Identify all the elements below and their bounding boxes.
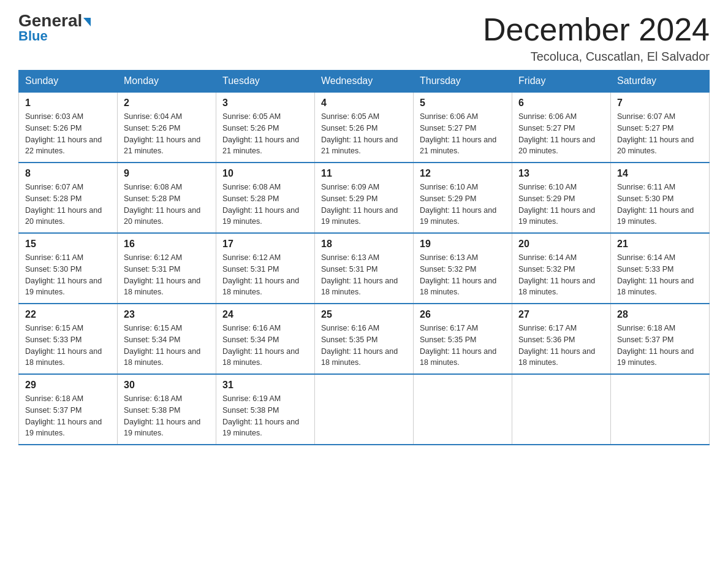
day-info: Sunrise: 6:07 AM Sunset: 5:27 PM Dayligh…	[617, 111, 703, 157]
table-row: 17 Sunrise: 6:12 AM Sunset: 5:31 PM Dayl…	[216, 233, 315, 304]
day-number: 22	[25, 309, 111, 320]
day-info: Sunrise: 6:11 AM Sunset: 5:30 PM Dayligh…	[617, 182, 703, 228]
day-info: Sunrise: 6:09 AM Sunset: 5:29 PM Dayligh…	[321, 182, 407, 228]
day-number: 31	[222, 380, 308, 391]
table-row: 7 Sunrise: 6:07 AM Sunset: 5:27 PM Dayli…	[611, 92, 710, 163]
logo-blue-text: Blue	[18, 28, 48, 44]
col-monday: Monday	[118, 71, 216, 93]
calendar-week-row: 22 Sunrise: 6:15 AM Sunset: 5:33 PM Dayl…	[19, 304, 710, 374]
day-info: Sunrise: 6:05 AM Sunset: 5:26 PM Dayligh…	[321, 111, 407, 157]
day-info: Sunrise: 6:19 AM Sunset: 5:38 PM Dayligh…	[222, 393, 308, 439]
title-section: December 2024 Tecoluca, Cuscatlan, El Sa…	[483, 12, 710, 64]
day-info: Sunrise: 6:13 AM Sunset: 5:31 PM Dayligh…	[321, 252, 407, 298]
logo-general-text: General	[18, 12, 91, 29]
calendar-week-row: 8 Sunrise: 6:07 AM Sunset: 5:28 PM Dayli…	[19, 163, 710, 233]
col-thursday: Thursday	[414, 71, 512, 93]
day-info: Sunrise: 6:13 AM Sunset: 5:32 PM Dayligh…	[420, 252, 506, 298]
day-number: 16	[124, 239, 210, 250]
day-info: Sunrise: 6:14 AM Sunset: 5:32 PM Dayligh…	[518, 252, 604, 298]
day-number: 25	[321, 309, 407, 320]
table-row: 18 Sunrise: 6:13 AM Sunset: 5:31 PM Dayl…	[315, 233, 414, 304]
day-number: 18	[321, 239, 407, 250]
calendar-table: Sunday Monday Tuesday Wednesday Thursday…	[18, 70, 710, 445]
table-row: 24 Sunrise: 6:16 AM Sunset: 5:34 PM Dayl…	[216, 304, 315, 374]
day-number: 9	[124, 168, 210, 179]
day-info: Sunrise: 6:08 AM Sunset: 5:28 PM Dayligh…	[124, 182, 210, 228]
day-number: 13	[518, 168, 604, 179]
table-row: 11 Sunrise: 6:09 AM Sunset: 5:29 PM Dayl…	[315, 163, 414, 233]
table-row: 27 Sunrise: 6:17 AM Sunset: 5:36 PM Dayl…	[512, 304, 611, 374]
day-info: Sunrise: 6:03 AM Sunset: 5:26 PM Dayligh…	[25, 111, 111, 157]
day-number: 20	[518, 239, 604, 250]
table-row: 20 Sunrise: 6:14 AM Sunset: 5:32 PM Dayl…	[512, 233, 611, 304]
table-row: 26 Sunrise: 6:17 AM Sunset: 5:35 PM Dayl…	[414, 304, 512, 374]
table-row: 31 Sunrise: 6:19 AM Sunset: 5:38 PM Dayl…	[216, 374, 315, 445]
col-saturday: Saturday	[611, 71, 710, 93]
table-row: 3 Sunrise: 6:05 AM Sunset: 5:26 PM Dayli…	[216, 92, 315, 163]
table-row: 25 Sunrise: 6:16 AM Sunset: 5:35 PM Dayl…	[315, 304, 414, 374]
day-number: 28	[617, 309, 703, 320]
day-number: 30	[124, 380, 210, 391]
table-row: 6 Sunrise: 6:06 AM Sunset: 5:27 PM Dayli…	[512, 92, 611, 163]
day-number: 8	[25, 168, 111, 179]
table-row: 10 Sunrise: 6:08 AM Sunset: 5:28 PM Dayl…	[216, 163, 315, 233]
table-row: 15 Sunrise: 6:11 AM Sunset: 5:30 PM Dayl…	[19, 233, 118, 304]
day-info: Sunrise: 6:15 AM Sunset: 5:34 PM Dayligh…	[124, 323, 210, 369]
day-info: Sunrise: 6:12 AM Sunset: 5:31 PM Dayligh…	[222, 252, 308, 298]
col-tuesday: Tuesday	[216, 71, 315, 93]
day-number: 21	[617, 239, 703, 250]
day-info: Sunrise: 6:18 AM Sunset: 5:38 PM Dayligh…	[124, 393, 210, 439]
calendar-week-row: 15 Sunrise: 6:11 AM Sunset: 5:30 PM Dayl…	[19, 233, 710, 304]
day-info: Sunrise: 6:07 AM Sunset: 5:28 PM Dayligh…	[25, 182, 111, 228]
day-number: 12	[420, 168, 506, 179]
table-row: 4 Sunrise: 6:05 AM Sunset: 5:26 PM Dayli…	[315, 92, 414, 163]
day-info: Sunrise: 6:05 AM Sunset: 5:26 PM Dayligh…	[222, 111, 308, 157]
col-wednesday: Wednesday	[315, 71, 414, 93]
day-info: Sunrise: 6:18 AM Sunset: 5:37 PM Dayligh…	[25, 393, 111, 439]
col-sunday: Sunday	[19, 71, 118, 93]
col-friday: Friday	[512, 71, 611, 93]
day-number: 11	[321, 168, 407, 179]
day-info: Sunrise: 6:06 AM Sunset: 5:27 PM Dayligh…	[420, 111, 506, 157]
logo-arrow-icon	[83, 18, 91, 26]
day-info: Sunrise: 6:17 AM Sunset: 5:35 PM Dayligh…	[420, 323, 506, 369]
day-number: 29	[25, 380, 111, 391]
table-row: 23 Sunrise: 6:15 AM Sunset: 5:34 PM Dayl…	[118, 304, 216, 374]
table-row	[414, 374, 512, 445]
table-row: 30 Sunrise: 6:18 AM Sunset: 5:38 PM Dayl…	[118, 374, 216, 445]
day-number: 26	[420, 309, 506, 320]
table-row: 5 Sunrise: 6:06 AM Sunset: 5:27 PM Dayli…	[414, 92, 512, 163]
day-number: 27	[518, 309, 604, 320]
day-number: 2	[124, 98, 210, 109]
table-row: 28 Sunrise: 6:18 AM Sunset: 5:37 PM Dayl…	[611, 304, 710, 374]
day-info: Sunrise: 6:16 AM Sunset: 5:35 PM Dayligh…	[321, 323, 407, 369]
day-number: 24	[222, 309, 308, 320]
table-row: 1 Sunrise: 6:03 AM Sunset: 5:26 PM Dayli…	[19, 92, 118, 163]
table-row	[315, 374, 414, 445]
day-info: Sunrise: 6:14 AM Sunset: 5:33 PM Dayligh…	[617, 252, 703, 298]
day-number: 19	[420, 239, 506, 250]
day-number: 6	[518, 98, 604, 109]
table-row: 21 Sunrise: 6:14 AM Sunset: 5:33 PM Dayl…	[611, 233, 710, 304]
table-row: 12 Sunrise: 6:10 AM Sunset: 5:29 PM Dayl…	[414, 163, 512, 233]
table-row: 19 Sunrise: 6:13 AM Sunset: 5:32 PM Dayl…	[414, 233, 512, 304]
calendar-week-row: 1 Sunrise: 6:03 AM Sunset: 5:26 PM Dayli…	[19, 92, 710, 163]
day-number: 1	[25, 98, 111, 109]
day-number: 10	[222, 168, 308, 179]
day-number: 15	[25, 239, 111, 250]
table-row: 9 Sunrise: 6:08 AM Sunset: 5:28 PM Dayli…	[118, 163, 216, 233]
calendar-header-row: Sunday Monday Tuesday Wednesday Thursday…	[19, 71, 710, 93]
day-info: Sunrise: 6:17 AM Sunset: 5:36 PM Dayligh…	[518, 323, 604, 369]
day-number: 23	[124, 309, 210, 320]
page-header: General Blue December 2024 Tecoluca, Cus…	[18, 12, 710, 64]
day-number: 7	[617, 98, 703, 109]
table-row: 8 Sunrise: 6:07 AM Sunset: 5:28 PM Dayli…	[19, 163, 118, 233]
day-info: Sunrise: 6:18 AM Sunset: 5:37 PM Dayligh…	[617, 323, 703, 369]
table-row: 14 Sunrise: 6:11 AM Sunset: 5:30 PM Dayl…	[611, 163, 710, 233]
location-text: Tecoluca, Cuscatlan, El Salvador	[483, 50, 710, 64]
table-row: 2 Sunrise: 6:04 AM Sunset: 5:26 PM Dayli…	[118, 92, 216, 163]
day-info: Sunrise: 6:06 AM Sunset: 5:27 PM Dayligh…	[518, 111, 604, 157]
table-row	[512, 374, 611, 445]
day-number: 5	[420, 98, 506, 109]
day-info: Sunrise: 6:12 AM Sunset: 5:31 PM Dayligh…	[124, 252, 210, 298]
